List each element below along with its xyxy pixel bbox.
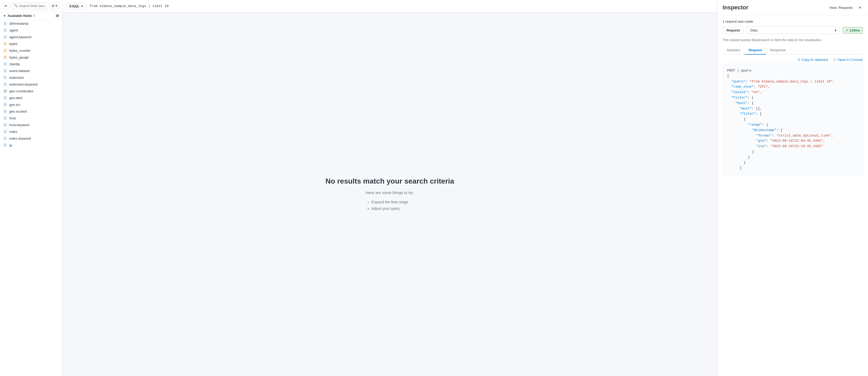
list-item[interactable]: thost.keyword	[0, 121, 62, 128]
code-line: "query": "from kibana_sample_data_logs |…	[727, 79, 858, 85]
field-name: agent.keyword	[9, 35, 31, 39]
esql-badge-text: ES|QL	[69, 4, 80, 8]
tabs-row: StatisticsRequestResponse	[723, 46, 863, 55]
field-name: extension.keyword	[9, 83, 37, 86]
list-item[interactable]: tgeo.srcdest	[0, 108, 62, 115]
view-requests-label: View: Requests	[829, 6, 852, 10]
list-item[interactable]: tevent.dataset	[0, 67, 62, 74]
data-select[interactable]: Data	[747, 27, 839, 34]
code-line: "format": "strict_date_optional_time",	[727, 133, 858, 138]
field-name: index.keyword	[9, 136, 31, 140]
code-line: }	[727, 149, 858, 155]
tab-statistics[interactable]: Statistics	[723, 46, 744, 55]
field-name: geo.dest	[9, 96, 22, 100]
inspector-header-right: View: Requests ×	[829, 4, 863, 11]
copy-icon: ⎘	[798, 58, 800, 62]
esql-chevron-icon: ▼	[81, 5, 84, 8]
search-icon: 🔍	[14, 4, 18, 7]
filter-button[interactable]: ⚙ 0	[49, 3, 60, 9]
field-type-icon: t	[3, 136, 7, 140]
query-bar: ES|QL ▼ from kibana_sample_data_logs | l…	[62, 0, 717, 12]
collapse-sidebar-button[interactable]: ⇤	[3, 2, 10, 9]
request-select-wrap: Data ▼	[747, 27, 839, 34]
list-item[interactable]: tindex.keyword	[0, 135, 62, 142]
tab-response[interactable]: Response	[766, 46, 790, 55]
field-type-icon: t	[3, 75, 7, 80]
close-inspector-button[interactable]: ×	[857, 4, 863, 11]
request-label-button[interactable]: Request	[723, 27, 744, 34]
code-line: "@timestamp": {	[727, 128, 858, 133]
open-label: Open in Console	[838, 58, 863, 62]
code-line: "must": [],	[727, 106, 858, 112]
field-name: bytes_gauge	[9, 55, 29, 59]
field-type-icon: t	[3, 69, 7, 73]
filter-count: 0	[56, 4, 57, 7]
field-type-icon: #	[3, 55, 7, 59]
inspector-panel: Inspector View: Requests × 1 request was…	[717, 0, 868, 376]
copy-to-clipboard-button[interactable]: ⎘ Copy to clipboard	[798, 58, 828, 62]
code-line: "time_zone": "UTC",	[727, 84, 858, 90]
field-name: event.dataset	[9, 69, 30, 73]
field-name: geo.src	[9, 103, 21, 106]
field-type-icon: t	[3, 62, 7, 66]
list-item[interactable]: #bytes_counter	[0, 47, 62, 54]
list-item[interactable]: tip	[0, 142, 62, 149]
field-type-icon: t	[3, 123, 7, 127]
field-type-icon: t	[3, 129, 7, 134]
list-item[interactable]: t@timestamp	[0, 20, 62, 27]
field-name: @timestamp	[9, 22, 28, 26]
search-field-wrap: 🔍	[12, 2, 47, 9]
timing-value: 115ms	[849, 28, 860, 32]
code-line: "range": {	[727, 122, 858, 128]
check-icon: ✓	[846, 28, 848, 32]
timing-badge: ✓ 115ms	[843, 27, 863, 34]
list-item[interactable]: tagent.keyword	[0, 34, 62, 40]
code-line: {	[727, 117, 858, 122]
code-line: "gte": "2023-09-16T22:04:45.439Z",	[727, 138, 858, 144]
info-icon: ℹ	[34, 14, 35, 18]
list-item[interactable]: tgeo.src	[0, 101, 62, 108]
code-line: "filter": [	[727, 111, 858, 117]
field-name: host.keyword	[9, 123, 29, 127]
copy-label: Copy to clipboard	[802, 58, 828, 62]
inspector-header: Inspector View: Requests ×	[717, 0, 868, 15]
suggestion-item: Adjust your query	[372, 206, 408, 212]
field-name: agent	[9, 28, 18, 32]
request-description: This request queries Elasticsearch to fe…	[723, 38, 863, 42]
code-area: POST /_query {"query": "from kibana_samp…	[723, 64, 863, 175]
list-item[interactable]: textension	[0, 74, 62, 81]
field-type-icon: t	[3, 82, 7, 86]
field-type-icon: t	[3, 35, 7, 39]
code-line: "bool": {	[727, 101, 858, 106]
list-item[interactable]: tagent	[0, 27, 62, 34]
query-input[interactable]: from kibana_sample_data_logs | limit 10	[89, 4, 168, 8]
field-type-icon: ⬡	[3, 89, 7, 93]
list-item[interactable]: tgeo.dest	[0, 94, 62, 101]
list-item[interactable]: tclientip	[0, 61, 62, 67]
available-fields-label: Available fields	[7, 14, 32, 18]
code-line: "filter": {	[727, 95, 858, 101]
open-in-console-button[interactable]: ⬡ Open in Console	[833, 58, 863, 62]
code-line: ]	[727, 165, 858, 171]
copy-open-row: ⎘ Copy to clipboard ⬡ Open in Console	[723, 58, 863, 62]
filter-icon: ⚙	[52, 4, 55, 8]
field-type-icon: t	[3, 143, 7, 147]
field-name: ip	[9, 143, 12, 147]
field-type-icon: #	[3, 49, 7, 53]
list-item[interactable]: ⬡geo.coordinates	[0, 88, 62, 94]
list-item[interactable]: #bytes_gauge	[0, 54, 62, 61]
inspector-title: Inspector	[723, 4, 748, 11]
sidebar: ⇤ 🔍 ⚙ 0 ▼ Available fields ℹ 39 t@timest…	[0, 0, 62, 376]
list-item[interactable]: thost	[0, 115, 62, 121]
esql-badge-button[interactable]: ES|QL ▼	[67, 3, 86, 9]
field-name: host	[9, 116, 16, 120]
available-fields-row: ▼ Available fields ℹ 39	[0, 12, 62, 20]
code-line: "locale": "en",	[727, 90, 858, 95]
available-fields-left: ▼ Available fields ℹ	[3, 14, 35, 18]
list-item[interactable]: #bytes	[0, 40, 62, 47]
list-item[interactable]: tindex	[0, 128, 62, 135]
tab-request[interactable]: Request	[744, 46, 766, 55]
code-line: }	[727, 155, 858, 160]
list-item[interactable]: textension.keyword	[0, 81, 62, 88]
field-type-icon: t	[3, 102, 7, 106]
